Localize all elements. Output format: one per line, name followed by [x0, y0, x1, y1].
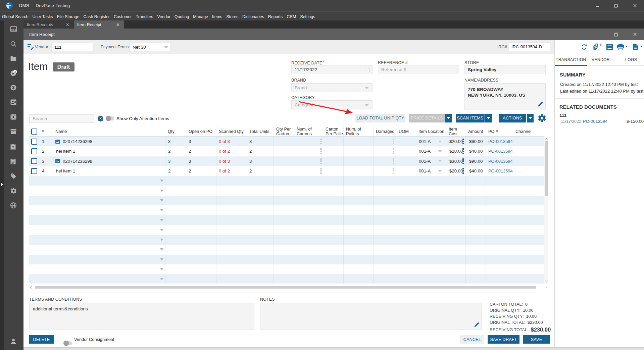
- svg-text:?: ?: [12, 145, 14, 149]
- svg-text:2: 2: [14, 70, 16, 73]
- svg-text:$: $: [12, 85, 15, 90]
